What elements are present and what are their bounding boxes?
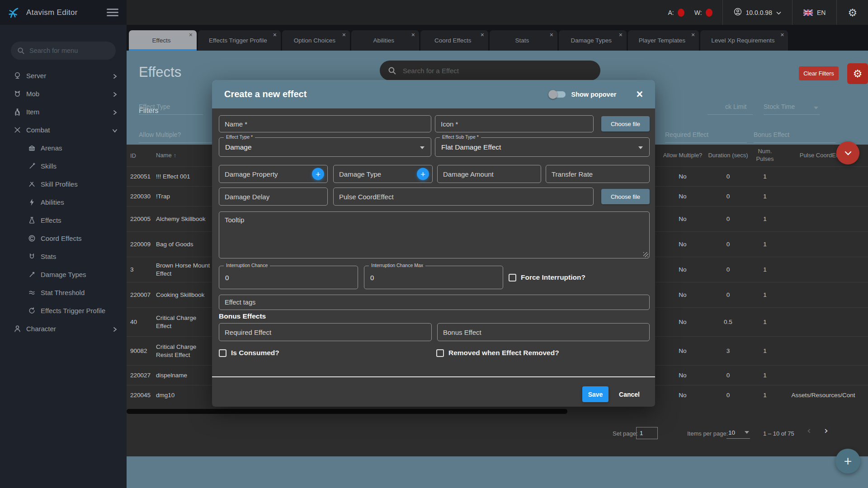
filter-stock-time[interactable]: Stock Time bbox=[764, 103, 820, 115]
filter-effect-type[interactable]: Effect Type bbox=[139, 103, 203, 115]
damage-property-field[interactable]: + bbox=[219, 165, 328, 183]
effect-type-select[interactable]: Effect Type * Damage bbox=[219, 137, 431, 157]
tab-damage-types[interactable]: Damage Types× bbox=[559, 30, 627, 51]
tab-option-choices[interactable]: Option Choices× bbox=[282, 30, 350, 51]
interruption-chance-max-field[interactable]: Interruption Chance Max 0 bbox=[364, 266, 503, 289]
sidebar-item-character[interactable]: Character bbox=[0, 319, 127, 338]
next-page-button[interactable]: › bbox=[824, 425, 828, 436]
tab-abilities[interactable]: Abilities× bbox=[351, 30, 419, 51]
sidebar-item-server[interactable]: Server bbox=[0, 66, 127, 84]
stats-icon bbox=[28, 253, 36, 260]
close-icon[interactable]: × bbox=[189, 32, 193, 38]
bonus-effect-field[interactable] bbox=[437, 323, 650, 341]
collapse-filters-button[interactable] bbox=[836, 141, 859, 164]
interruption-chance-field[interactable]: Interruption Chance 0 bbox=[219, 266, 358, 289]
toggle-track[interactable] bbox=[549, 91, 566, 98]
chevron-down-icon bbox=[776, 9, 781, 16]
tab-effects-trigger-profile[interactable]: Effects Trigger Profile× bbox=[198, 30, 281, 51]
plus-icon: + bbox=[316, 169, 321, 179]
settings-button[interactable]: ⚙ bbox=[837, 0, 868, 25]
topbar: Atavism Editor A: W: 10.0.0.98 bbox=[0, 0, 868, 25]
cancel-button[interactable]: Cancel bbox=[616, 386, 643, 402]
filter-allow-multiple[interactable]: Allow Multiple? bbox=[139, 131, 212, 143]
sidebar-item-effects[interactable]: Effects bbox=[0, 211, 127, 229]
sidebar-item-coord-effects[interactable]: Coord Effects bbox=[0, 229, 127, 247]
clear-filters-button[interactable]: Clear Filters bbox=[799, 66, 839, 80]
sidebar-item-combat[interactable]: Combat bbox=[0, 121, 127, 139]
sidebar-item-effects-trigger-profile[interactable]: Effects Trigger Profile bbox=[0, 301, 127, 319]
sidebar-item-skill-profiles[interactable]: Skill Profiles bbox=[0, 175, 127, 193]
column-header-duration[interactable]: Duration (secs) bbox=[707, 152, 750, 160]
table-settings-button[interactable]: ⚙ bbox=[847, 63, 868, 84]
sidebar-search-input[interactable] bbox=[29, 47, 109, 54]
sidebar-item-stats[interactable]: Stats bbox=[0, 247, 127, 265]
close-icon[interactable]: × bbox=[342, 32, 346, 38]
sidebar-item-damage-types[interactable]: Damage Types bbox=[0, 265, 127, 283]
damage-delay-field[interactable] bbox=[219, 188, 328, 206]
transfer-rate-field[interactable] bbox=[546, 165, 650, 183]
show-popover-toggle[interactable]: Show popover bbox=[549, 91, 616, 98]
damage-amount-field[interactable] bbox=[437, 165, 541, 183]
sidebar-item-abilities[interactable]: Abilities bbox=[0, 193, 127, 211]
checkbox-icon[interactable] bbox=[509, 274, 516, 282]
checkbox-icon[interactable] bbox=[219, 349, 226, 357]
effects-trigger-profile-icon bbox=[28, 307, 36, 314]
icon-choose-file-button[interactable]: Choose file bbox=[601, 116, 650, 131]
filter-stock-limit[interactable]: ck Limit bbox=[708, 103, 753, 115]
sidebar-item-item[interactable]: Item bbox=[0, 103, 127, 121]
close-icon[interactable]: × bbox=[691, 32, 695, 38]
icon-field[interactable] bbox=[435, 115, 594, 132]
column-header-id[interactable]: ID bbox=[127, 152, 156, 159]
close-icon[interactable]: × bbox=[273, 32, 277, 38]
filter-required-effect[interactable]: Required Effect bbox=[665, 131, 747, 143]
column-header-num-pulses[interactable]: Num. Pulses bbox=[751, 148, 778, 163]
effect-search[interactable] bbox=[380, 61, 600, 80]
close-icon[interactable]: × bbox=[619, 32, 623, 38]
effect-tags-field[interactable] bbox=[219, 295, 650, 310]
close-icon[interactable]: × bbox=[780, 32, 784, 38]
previous-page-button[interactable]: ‹ bbox=[807, 425, 811, 436]
pulse-coordeffect-choose-file-button[interactable]: Choose file bbox=[601, 189, 650, 204]
save-button[interactable]: Save bbox=[582, 386, 609, 402]
horizontal-scrollbar[interactable] bbox=[127, 409, 567, 414]
pulse-coordeffect-field[interactable] bbox=[333, 188, 594, 206]
close-icon[interactable]: × bbox=[550, 32, 553, 38]
resize-handle-icon[interactable] bbox=[643, 252, 648, 257]
tab-effects[interactable]: Effects× bbox=[129, 30, 197, 51]
language-select[interactable]: EN bbox=[793, 0, 836, 25]
tooltip-textarea[interactable] bbox=[219, 211, 650, 258]
required-effect-field[interactable] bbox=[219, 323, 432, 341]
add-damage-type-button[interactable]: + bbox=[417, 168, 429, 180]
add-effect-button[interactable]: + bbox=[835, 449, 860, 474]
close-icon[interactable]: × bbox=[411, 32, 415, 38]
close-icon[interactable]: × bbox=[481, 32, 484, 38]
column-header-name[interactable]: Name↑ bbox=[156, 152, 210, 160]
tab-stats[interactable]: Stats× bbox=[490, 30, 557, 51]
items-per-page-select[interactable]: 10 bbox=[726, 427, 750, 439]
w-status-dot bbox=[706, 9, 712, 17]
tab-player-templates[interactable]: Player Templates× bbox=[628, 30, 699, 51]
is-consumed-checkbox[interactable]: Is Consumed? bbox=[219, 349, 279, 357]
name-field[interactable] bbox=[219, 115, 431, 132]
set-page-input[interactable] bbox=[636, 427, 658, 439]
damage-type-field[interactable]: + bbox=[333, 165, 433, 183]
column-header-allow-multiple[interactable]: Allow Multiple? bbox=[662, 152, 703, 160]
force-interruption-checkbox[interactable]: Force Interruption? bbox=[509, 273, 585, 282]
hamburger-menu-icon[interactable] bbox=[107, 7, 118, 18]
add-damage-property-button[interactable]: + bbox=[312, 168, 324, 180]
checkbox-icon[interactable] bbox=[436, 349, 444, 357]
sidebar-search[interactable] bbox=[11, 42, 116, 60]
server-select[interactable]: 10.0.0.98 bbox=[723, 0, 792, 25]
sidebar-item-mob[interactable]: Mob bbox=[0, 84, 127, 103]
removed-when-effect-removed-checkbox[interactable]: Removed when Effect Removed? bbox=[436, 349, 559, 357]
filter-bonus-effect[interactable]: Bonus Effect bbox=[754, 131, 835, 143]
sidebar-item-arenas[interactable]: Arenas bbox=[0, 139, 127, 157]
tab-level-xp-requirements[interactable]: Level Xp Requirements× bbox=[700, 30, 788, 51]
sidebar-item-skills[interactable]: Skills bbox=[0, 157, 127, 175]
tab-coord-effects[interactable]: Coord Effects× bbox=[420, 30, 488, 51]
modal-header: Create a new effect Show popover × bbox=[212, 80, 655, 108]
effect-sub-type-select[interactable]: Effect Sub Type * Flat Damage Effect bbox=[435, 137, 650, 157]
sidebar-item-stat-threshold[interactable]: Stat Threshold bbox=[0, 283, 127, 301]
effect-search-input[interactable] bbox=[403, 67, 592, 75]
close-icon[interactable]: × bbox=[636, 89, 643, 100]
